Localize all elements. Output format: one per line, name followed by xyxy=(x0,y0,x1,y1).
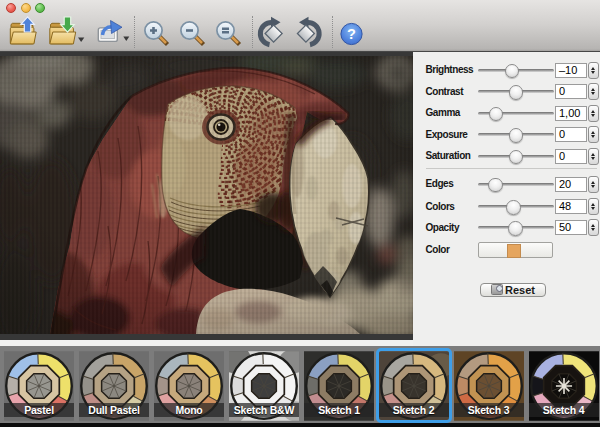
svg-text:?: ? xyxy=(347,26,356,42)
